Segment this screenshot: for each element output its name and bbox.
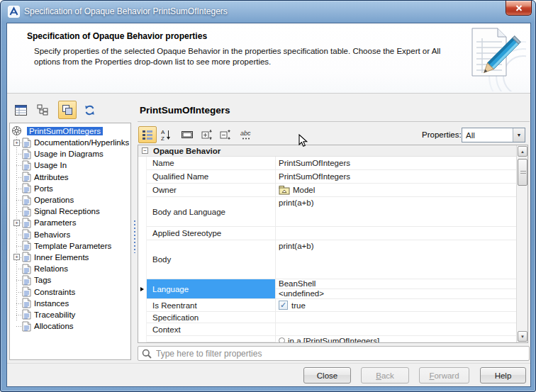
open-specification-button[interactable] [11,101,30,119]
tree-item-label: Inner Elements [34,253,89,262]
document-icon [22,149,31,159]
scroll-down-button[interactable]: ▼ [518,331,527,342]
collapse-group-icon[interactable]: − [142,147,148,154]
property-row-parameter-clipped[interactable]: in a [PrintSumOfIntegers] [138,336,516,342]
property-row-context[interactable]: Context [138,323,516,336]
property-name[interactable]: Specification [147,312,275,323]
property-value[interactable]: print(a+b) [275,240,516,279]
expand-plus-icon[interactable]: + [13,254,20,260]
tree-item-tags[interactable]: Tags [10,274,130,286]
property-value[interactable]: in a [PrintSumOfIntegers] [275,336,516,342]
filter-field[interactable] [138,346,530,361]
filter-input[interactable] [156,349,529,359]
close-dialog-button[interactable]: Close [303,367,351,383]
tree-item-signal-receptions[interactable]: Signal Receptions [10,206,130,217]
chevron-down-icon[interactable]: ▼ [513,128,525,142]
property-row-body-and-language[interactable]: Body and Language print(a+b) [138,197,516,227]
language-value-2[interactable]: <undefined> [276,289,516,298]
document-pencil-icon [461,25,526,91]
property-value[interactable] [275,323,516,336]
property-name[interactable]: Owner [147,184,275,197]
scroll-up-button[interactable]: ▲ [518,146,527,157]
close-button[interactable] [506,1,532,16]
property-row-name[interactable]: Name PrintSumOfIntegers [138,157,516,170]
scrollbar-thumb[interactable] [518,159,527,186]
expand-all-button[interactable] [198,126,216,143]
property-value[interactable]: PrintSumOfIntegers [275,157,516,170]
property-row-qualified-name[interactable]: Qualified Name PrintSumOfIntegers [138,170,516,184]
tree-item-label: Template Parameters [34,242,111,250]
tree-root-item[interactable]: PrintSumOfIntegers [10,125,130,137]
tree-item-ports[interactable]: Ports [10,183,130,194]
property-row-applied-stereotype[interactable]: Applied Stereotype [138,227,516,240]
tree-item-constraints[interactable]: Constraints [10,286,130,297]
abc-icon: abc [240,130,254,140]
sort-alphabetically-button[interactable]: A Z [157,126,175,143]
property-name[interactable] [147,336,275,342]
tree-item-template-parameters[interactable]: Template Parameters [10,240,130,252]
tree-item-behaviors[interactable]: Behaviors [10,229,130,240]
behavior-icon [11,125,22,136]
document-icon [22,229,31,240]
splitter-grip-icon [134,220,135,253]
checkbox-checked-icon[interactable]: ✓ [279,301,288,310]
back-button[interactable]: Back [361,367,409,383]
categorized-view-button[interactable] [138,126,157,143]
property-row-specification[interactable]: Specification [138,312,516,323]
tree-item-attributes[interactable]: Attributes [10,172,130,183]
tree-item-parameters[interactable]: + Parameters [10,217,130,228]
group-header-opaque-behavior[interactable]: − Opaque Behavior [138,145,516,157]
property-name[interactable]: Qualified Name [147,170,275,184]
document-icon [22,252,31,262]
property-value[interactable]: print(a+b) [275,197,516,227]
refresh-button[interactable] [80,101,99,119]
document-icon [22,298,31,308]
tree-item-operations[interactable]: Operations [10,194,130,206]
tree-item-traceability[interactable]: Traceability [10,309,130,320]
row-gutter [138,240,147,279]
tree-item-documentation[interactable]: + Documentation/Hyperlinks [10,137,130,148]
forward-button[interactable]: Forward [419,367,469,383]
property-name[interactable]: Is Reentrant [147,299,275,312]
header-description: Specify properties of the selected Opaqu… [34,46,462,67]
property-row-owner[interactable]: Owner Model [138,184,516,197]
property-name[interactable]: Context [147,323,275,336]
tree-item-usage-in[interactable]: Usage In [10,159,130,171]
collapse-all-button[interactable] [216,126,235,143]
tree-item-label: Ports [34,184,53,193]
tree-item-allocations[interactable]: Allocations [10,320,130,332]
help-button[interactable]: Help [480,367,526,383]
expand-plus-icon[interactable]: + [13,220,20,226]
titlebar[interactable]: Specification of Opaque Behavior PrintSu… [1,1,535,23]
property-row-is-reentrant[interactable]: Is Reentrant ✓ true [138,299,516,312]
cascade-view-button[interactable] [58,101,77,119]
property-value[interactable] [275,312,516,323]
property-name[interactable]: Body and Language [147,197,275,227]
property-value[interactable]: PrintSumOfIntegers [275,170,516,184]
expand-plus-icon[interactable]: + [13,140,20,146]
search-icon [142,349,152,359]
svg-text:Z: Z [161,135,164,141]
tree-item-usage-in-diagrams[interactable]: Usage in Diagrams [10,148,130,159]
property-name[interactable]: Language [147,279,275,299]
vertical-scrollbar[interactable]: ▲ ▼ [516,145,527,342]
parameter-value-label: in a [PrintSumOfIntegers] [288,336,379,342]
document-icon [22,264,31,274]
property-name[interactable]: Name [147,157,275,170]
properties-dropdown[interactable]: All ▼ [462,128,525,142]
custom-properties-button[interactable]: abc [238,126,256,143]
tree-item-relations[interactable]: Relations [10,263,130,274]
property-value[interactable]: Model [275,184,516,197]
tree-item-instances[interactable]: Instances [10,298,130,309]
property-row-language-selected[interactable]: Language BeanShell <undefined> [138,279,516,299]
show-description-button[interactable] [178,126,196,143]
language-value-1[interactable]: BeanShell [276,279,516,289]
containment-tree-button[interactable] [33,101,52,119]
property-name[interactable]: Applied Stereotype [147,227,275,240]
property-value[interactable] [275,227,516,240]
property-value[interactable]: ✓ true [275,299,516,312]
panel-splitter[interactable] [132,123,138,360]
property-name[interactable]: Body [147,240,275,279]
property-row-body[interactable]: Body print(a+b) [138,240,516,279]
tree-item-inner-elements[interactable]: + Inner Elements [10,252,130,263]
